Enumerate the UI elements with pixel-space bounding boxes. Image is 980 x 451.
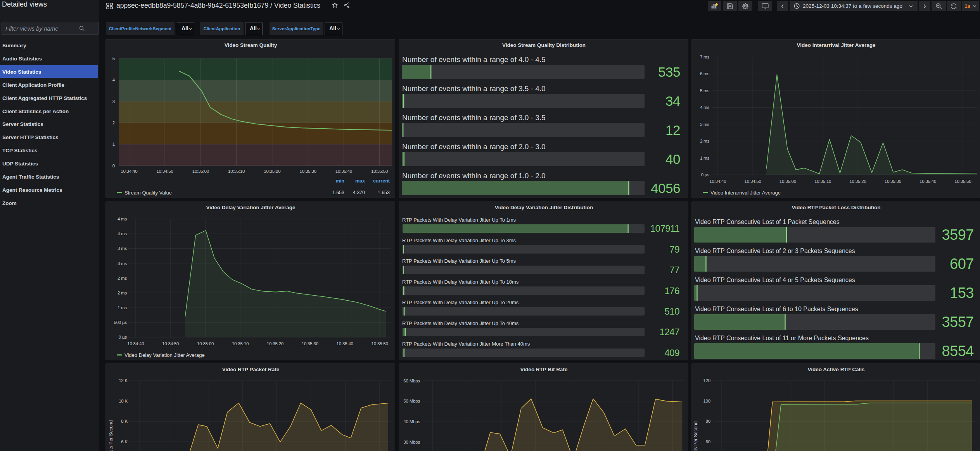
svg-text:100: 100 xyxy=(703,399,710,403)
svg-text:Video Stream Quality: Video Stream Quality xyxy=(225,42,277,48)
svg-text:30 Mbps: 30 Mbps xyxy=(403,440,420,444)
svg-text:10:35:00: 10:35:00 xyxy=(780,179,796,184)
svg-text:10:34:50: 10:34:50 xyxy=(162,341,179,346)
svg-text:3 ms: 3 ms xyxy=(700,122,710,127)
svg-text:Video RTP Bit Rate: Video RTP Bit Rate xyxy=(520,367,568,372)
svg-text:80: 80 xyxy=(706,419,710,423)
svg-text:Video RTP Packet Loss Distribu: Video RTP Packet Loss Distribution xyxy=(792,205,880,210)
svg-text:510: 510 xyxy=(664,306,679,317)
svg-text:1 ms: 1 ms xyxy=(118,305,127,310)
svg-text:10:35:30: 10:35:30 xyxy=(300,169,316,174)
svg-text:Number of events within a rang: Number of events within a range of 3.5 -… xyxy=(402,84,546,93)
svg-text:60 Mbps: 60 Mbps xyxy=(403,379,420,383)
svg-text:3: 3 xyxy=(112,99,115,104)
svg-text:3 ms: 3 ms xyxy=(118,246,127,251)
svg-text:1 ms: 1 ms xyxy=(700,156,710,160)
svg-text:34: 34 xyxy=(665,93,680,108)
svg-text:10:35:40: 10:35:40 xyxy=(920,179,936,184)
svg-text:12: 12 xyxy=(665,122,680,138)
svg-text:Video Active RTP Calls: Video Active RTP Calls xyxy=(808,367,865,372)
svg-text:7 ms: 7 ms xyxy=(700,55,710,59)
svg-text:3 ms: 3 ms xyxy=(118,261,127,266)
svg-text:4056: 4056 xyxy=(651,181,680,196)
svg-text:Video Interarrival Jitter Aver: Video Interarrival Jitter Average xyxy=(797,42,876,48)
svg-text:RTP Packets With Delay Variati: RTP Packets With Delay Variation Jitter … xyxy=(402,217,516,223)
svg-text:1247: 1247 xyxy=(660,327,680,337)
svg-text:10:35:40: 10:35:40 xyxy=(335,169,352,174)
svg-text:10:35:50: 10:35:50 xyxy=(372,341,388,346)
svg-text:77: 77 xyxy=(669,265,679,275)
svg-text:Packets Per Second: Packets Per Second xyxy=(108,420,114,451)
svg-text:Video Delay Variation Jitter A: Video Delay Variation Jitter Average xyxy=(206,205,296,210)
svg-text:RTP Packets With Delay Variati: RTP Packets With Delay Variation Jitter … xyxy=(402,258,516,264)
svg-text:5 ms: 5 ms xyxy=(700,88,710,93)
svg-text:2 ms: 2 ms xyxy=(700,139,710,143)
svg-text:2 ms: 2 ms xyxy=(118,291,127,295)
svg-text:2 ms: 2 ms xyxy=(118,276,127,281)
svg-text:8554: 8554 xyxy=(942,343,974,359)
svg-text:4.370: 4.370 xyxy=(353,190,365,195)
svg-text:10:34:50: 10:34:50 xyxy=(156,169,173,174)
svg-text:0: 0 xyxy=(112,164,115,168)
svg-text:500 µs: 500 µs xyxy=(114,320,127,325)
svg-text:40 Mbps: 40 Mbps xyxy=(403,419,420,424)
svg-text:max: max xyxy=(355,178,365,184)
svg-text:10:35:20: 10:35:20 xyxy=(267,341,283,346)
svg-text:10:34:50: 10:34:50 xyxy=(745,179,761,184)
svg-text:107911: 107911 xyxy=(650,223,679,234)
svg-text:176: 176 xyxy=(664,286,679,296)
svg-text:10:34:40: 10:34:40 xyxy=(709,179,726,184)
svg-text:Video RTP Consecutive Lost of: Video RTP Consecutive Lost of 2 or 3 Pac… xyxy=(695,248,855,254)
svg-text:1.653: 1.653 xyxy=(378,190,390,195)
svg-text:4 ms: 4 ms xyxy=(118,217,127,221)
svg-text:Calls Per Second: Calls Per Second xyxy=(693,422,698,451)
svg-text:3597: 3597 xyxy=(942,227,974,243)
svg-text:409: 409 xyxy=(664,348,679,358)
svg-text:Number of events within a rang: Number of events within a range of 4.0 -… xyxy=(402,55,546,64)
svg-text:10:35:10: 10:35:10 xyxy=(232,341,249,346)
svg-text:607: 607 xyxy=(950,256,974,272)
svg-text:Video RTP Consecutive Lost of: Video RTP Consecutive Lost of 4 or 5 Pac… xyxy=(695,277,855,283)
svg-text:10:35:50: 10:35:50 xyxy=(371,169,388,174)
svg-text:79: 79 xyxy=(669,244,679,255)
svg-text:10 K: 10 K xyxy=(119,399,128,403)
svg-text:RTP Packets With Delay Variati: RTP Packets With Delay Variation Jitter … xyxy=(402,320,519,326)
svg-text:12 K: 12 K xyxy=(119,378,128,383)
svg-text:10:35:10: 10:35:10 xyxy=(814,179,831,184)
svg-text:153: 153 xyxy=(950,285,974,301)
svg-text:Number of events within a rang: Number of events within a range of 1.0 -… xyxy=(402,172,546,180)
svg-text:min: min xyxy=(336,178,344,184)
svg-text:0 µs: 0 µs xyxy=(119,335,127,339)
svg-text:10:35:00: 10:35:00 xyxy=(197,341,214,346)
svg-text:10:35:50: 10:35:50 xyxy=(954,179,971,184)
svg-text:10:35:00: 10:35:00 xyxy=(192,169,209,174)
svg-text:3557: 3557 xyxy=(942,314,974,330)
svg-text:Video Delay Variation Jitter D: Video Delay Variation Jitter Distributio… xyxy=(495,205,593,210)
svg-text:120: 120 xyxy=(703,378,710,383)
svg-text:8 K: 8 K xyxy=(121,419,128,423)
svg-text:4: 4 xyxy=(112,77,115,82)
svg-text:RTP Packets With Delay Variati: RTP Packets With Delay Variation Jitter … xyxy=(402,341,530,347)
svg-text:Video Delay Variation Jitter A: Video Delay Variation Jitter Average xyxy=(124,352,205,358)
svg-text:10:35:20: 10:35:20 xyxy=(264,169,280,174)
svg-text:2: 2 xyxy=(112,120,115,125)
svg-text:Video RTP Consecutive Lost of: Video RTP Consecutive Lost of 11 or More… xyxy=(695,335,869,341)
svg-text:50 Mbps: 50 Mbps xyxy=(403,399,420,403)
svg-text:10:35:30: 10:35:30 xyxy=(885,179,901,184)
svg-text:Video RTP Consecutive Lost of: Video RTP Consecutive Lost of 6 to 10 Pa… xyxy=(695,306,858,312)
svg-text:5: 5 xyxy=(112,56,115,61)
svg-text:10:35:10: 10:35:10 xyxy=(228,169,245,174)
svg-text:10:35:30: 10:35:30 xyxy=(302,341,318,346)
svg-text:0 µs: 0 µs xyxy=(701,172,710,177)
svg-text:60: 60 xyxy=(706,439,710,444)
svg-text:Number of events within a rang: Number of events within a range of 2.0 -… xyxy=(402,143,546,151)
svg-text:Video Interarrival Jitter Aver: Video Interarrival Jitter Average xyxy=(710,190,781,196)
svg-text:Video Stream Quality Distribut: Video Stream Quality Distribution xyxy=(502,42,586,48)
svg-text:10:34:40: 10:34:40 xyxy=(121,169,137,174)
svg-text:RTP Packets With Delay Variati: RTP Packets With Delay Variation Jitter … xyxy=(402,279,519,285)
svg-text:4 ms: 4 ms xyxy=(118,231,127,236)
svg-text:Stream Quality Value: Stream Quality Value xyxy=(124,190,172,196)
svg-text:RTP Packets With Delay Variati: RTP Packets With Delay Variation Jitter … xyxy=(402,238,516,243)
svg-text:Video RTP Packet Rate: Video RTP Packet Rate xyxy=(222,367,280,372)
svg-text:Number of events within a rang: Number of events within a range of 3.0 -… xyxy=(402,114,546,122)
